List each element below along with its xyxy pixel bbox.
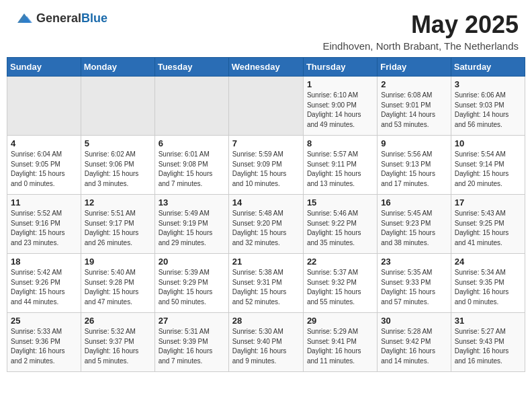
week-row-2: 4Sunrise: 6:04 AM Sunset: 9:05 PM Daylig…: [7, 136, 525, 195]
day-number: 26: [85, 316, 151, 326]
month-title: May 2025: [322, 11, 519, 39]
weekday-header-friday: Friday: [378, 58, 451, 77]
day-info: Sunrise: 6:01 AM Sunset: 9:08 PM Dayligh…: [159, 150, 225, 189]
day-number: 30: [381, 316, 447, 326]
day-number: 5: [85, 138, 151, 148]
day-info: Sunrise: 5:56 AM Sunset: 9:13 PM Dayligh…: [381, 150, 447, 189]
day-info: Sunrise: 5:54 AM Sunset: 9:14 PM Dayligh…: [455, 150, 521, 189]
day-info: Sunrise: 5:42 AM Sunset: 9:26 PM Dayligh…: [11, 268, 77, 307]
location-title: Eindhoven, North Brabant, The Netherland…: [322, 40, 519, 52]
day-info: Sunrise: 5:46 AM Sunset: 9:22 PM Dayligh…: [307, 209, 373, 248]
day-info: Sunrise: 5:49 AM Sunset: 9:19 PM Dayligh…: [159, 209, 225, 248]
day-info: Sunrise: 6:06 AM Sunset: 9:03 PM Dayligh…: [455, 91, 521, 130]
day-number: 24: [455, 257, 521, 267]
calendar-cell: 25Sunrise: 5:33 AM Sunset: 9:36 PM Dayli…: [7, 313, 81, 372]
day-info: Sunrise: 6:04 AM Sunset: 9:05 PM Dayligh…: [11, 150, 77, 189]
day-number: 19: [85, 257, 151, 267]
calendar-cell: 8Sunrise: 5:57 AM Sunset: 9:11 PM Daylig…: [303, 136, 377, 195]
day-info: Sunrise: 5:48 AM Sunset: 9:20 PM Dayligh…: [232, 209, 300, 248]
calendar-wrapper: SundayMondayTuesdayWednesdayThursdayFrid…: [0, 57, 532, 379]
day-info: Sunrise: 5:39 AM Sunset: 9:29 PM Dayligh…: [159, 268, 225, 307]
day-info: Sunrise: 5:30 AM Sunset: 9:40 PM Dayligh…: [232, 327, 300, 366]
day-info: Sunrise: 5:57 AM Sunset: 9:11 PM Dayligh…: [307, 150, 373, 189]
calendar-table: SundayMondayTuesdayWednesdayThursdayFrid…: [7, 57, 525, 372]
calendar-cell: 2Sunrise: 6:08 AM Sunset: 9:01 PM Daylig…: [378, 77, 451, 136]
calendar-cell: 1Sunrise: 6:10 AM Sunset: 9:00 PM Daylig…: [303, 77, 377, 136]
calendar-cell: [154, 77, 228, 136]
day-info: Sunrise: 5:29 AM Sunset: 9:41 PM Dayligh…: [307, 327, 373, 366]
calendar-cell: 7Sunrise: 5:59 AM Sunset: 9:09 PM Daylig…: [228, 136, 303, 195]
day-number: 2: [381, 79, 447, 89]
day-number: 21: [232, 257, 300, 267]
calendar-cell: 14Sunrise: 5:48 AM Sunset: 9:20 PM Dayli…: [228, 195, 303, 254]
weekday-header-monday: Monday: [81, 58, 154, 77]
day-info: Sunrise: 5:35 AM Sunset: 9:33 PM Dayligh…: [381, 268, 447, 307]
day-info: Sunrise: 5:33 AM Sunset: 9:36 PM Dayligh…: [11, 327, 77, 366]
calendar-cell: 10Sunrise: 5:54 AM Sunset: 9:14 PM Dayli…: [451, 136, 525, 195]
calendar-body: 1Sunrise: 6:10 AM Sunset: 9:00 PM Daylig…: [7, 77, 525, 372]
day-number: 1: [307, 79, 373, 89]
day-number: 28: [232, 316, 300, 326]
day-info: Sunrise: 5:28 AM Sunset: 9:42 PM Dayligh…: [381, 327, 447, 366]
day-number: 9: [381, 138, 447, 148]
calendar-cell: 22Sunrise: 5:37 AM Sunset: 9:32 PM Dayli…: [303, 254, 377, 313]
day-number: 16: [381, 197, 447, 208]
day-number: 13: [159, 197, 225, 208]
day-info: Sunrise: 5:40 AM Sunset: 9:28 PM Dayligh…: [85, 268, 151, 307]
calendar-cell: 31Sunrise: 5:27 AM Sunset: 9:43 PM Dayli…: [451, 313, 525, 372]
day-number: 8: [307, 138, 373, 148]
day-number: 22: [307, 257, 373, 267]
day-info: Sunrise: 5:27 AM Sunset: 9:43 PM Dayligh…: [455, 327, 521, 366]
page-header: GeneralBlue May 2025 Eindhoven, North Br…: [0, 0, 532, 57]
calendar-cell: 24Sunrise: 5:34 AM Sunset: 9:35 PM Dayli…: [451, 254, 525, 313]
day-number: 11: [11, 197, 77, 208]
calendar-cell: 9Sunrise: 5:56 AM Sunset: 9:13 PM Daylig…: [378, 136, 451, 195]
day-number: 6: [159, 138, 225, 148]
calendar-cell: 16Sunrise: 5:45 AM Sunset: 9:23 PM Dayli…: [378, 195, 451, 254]
weekday-header-sunday: Sunday: [7, 58, 81, 77]
calendar-cell: 30Sunrise: 5:28 AM Sunset: 9:42 PM Dayli…: [378, 313, 451, 372]
calendar-cell: 17Sunrise: 5:43 AM Sunset: 9:25 PM Dayli…: [451, 195, 525, 254]
day-info: Sunrise: 5:34 AM Sunset: 9:35 PM Dayligh…: [455, 268, 521, 307]
day-number: 3: [455, 79, 521, 89]
day-info: Sunrise: 5:37 AM Sunset: 9:32 PM Dayligh…: [307, 268, 373, 307]
weekday-header-row: SundayMondayTuesdayWednesdayThursdayFrid…: [7, 58, 525, 77]
calendar-cell: [228, 77, 303, 136]
calendar-cell: [81, 77, 154, 136]
calendar-cell: 13Sunrise: 5:49 AM Sunset: 9:19 PM Dayli…: [154, 195, 228, 254]
day-info: Sunrise: 5:52 AM Sunset: 9:16 PM Dayligh…: [11, 209, 77, 248]
day-number: 12: [85, 197, 151, 208]
calendar-cell: 28Sunrise: 5:30 AM Sunset: 9:40 PM Dayli…: [228, 313, 303, 372]
day-info: Sunrise: 6:10 AM Sunset: 9:00 PM Dayligh…: [307, 91, 373, 130]
weekday-header-saturday: Saturday: [451, 58, 525, 77]
weekday-header-thursday: Thursday: [303, 58, 377, 77]
day-number: 10: [455, 138, 521, 148]
day-number: 17: [455, 197, 521, 208]
day-info: Sunrise: 5:59 AM Sunset: 9:09 PM Dayligh…: [232, 150, 300, 189]
calendar-cell: [7, 77, 81, 136]
logo-general: General: [36, 11, 81, 25]
weekday-header-wednesday: Wednesday: [228, 58, 303, 77]
calendar-cell: 6Sunrise: 6:01 AM Sunset: 9:08 PM Daylig…: [154, 136, 228, 195]
day-info: Sunrise: 6:02 AM Sunset: 9:06 PM Dayligh…: [85, 150, 151, 189]
day-info: Sunrise: 5:38 AM Sunset: 9:31 PM Dayligh…: [232, 268, 300, 307]
day-number: 29: [307, 316, 373, 326]
week-row-5: 25Sunrise: 5:33 AM Sunset: 9:36 PM Dayli…: [7, 313, 525, 372]
day-number: 20: [159, 257, 225, 267]
day-info: Sunrise: 5:32 AM Sunset: 9:37 PM Dayligh…: [85, 327, 151, 366]
day-number: 23: [381, 257, 447, 267]
calendar-cell: 5Sunrise: 6:02 AM Sunset: 9:06 PM Daylig…: [81, 136, 154, 195]
day-number: 27: [159, 316, 225, 326]
day-number: 18: [11, 257, 77, 267]
calendar-cell: 18Sunrise: 5:42 AM Sunset: 9:26 PM Dayli…: [7, 254, 81, 313]
calendar-cell: 27Sunrise: 5:31 AM Sunset: 9:39 PM Dayli…: [154, 313, 228, 372]
title-section: May 2025 Eindhoven, North Brabant, The N…: [322, 11, 519, 52]
week-row-4: 18Sunrise: 5:42 AM Sunset: 9:26 PM Dayli…: [7, 254, 525, 313]
calendar-cell: 29Sunrise: 5:29 AM Sunset: 9:41 PM Dayli…: [303, 313, 377, 372]
day-number: 31: [455, 316, 521, 326]
calendar-cell: 3Sunrise: 6:06 AM Sunset: 9:03 PM Daylig…: [451, 77, 525, 136]
day-info: Sunrise: 5:51 AM Sunset: 9:17 PM Dayligh…: [85, 209, 151, 248]
day-number: 7: [232, 138, 300, 148]
calendar-cell: 23Sunrise: 5:35 AM Sunset: 9:33 PM Dayli…: [378, 254, 451, 313]
calendar-cell: 26Sunrise: 5:32 AM Sunset: 9:37 PM Dayli…: [81, 313, 154, 372]
